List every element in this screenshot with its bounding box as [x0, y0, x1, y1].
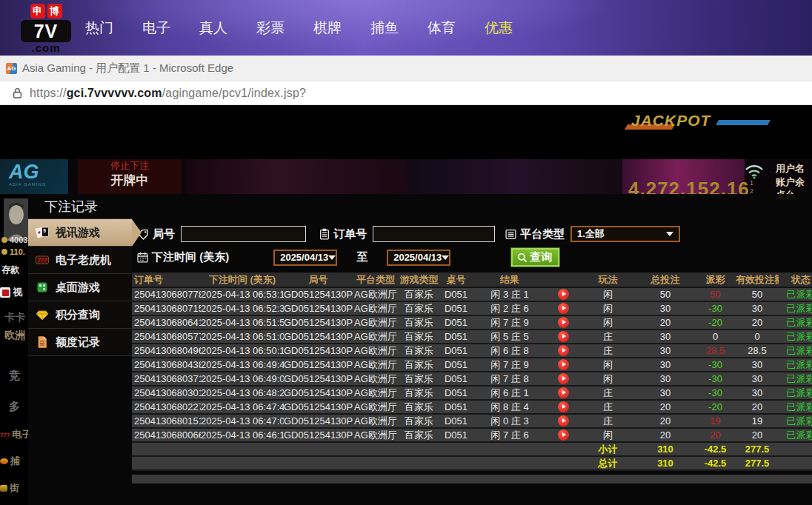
cell-result: 闲 7 庄 9 — [473, 316, 547, 330]
slots-icon: 777 — [35, 252, 50, 267]
cell-result: 闲 7 庄 9 — [473, 358, 547, 372]
cell-payout: -20 — [695, 317, 736, 328]
cell-table: D051 — [439, 429, 473, 441]
cell-video — [547, 359, 580, 370]
chevron-down-icon — [442, 255, 449, 260]
cell-video — [547, 387, 580, 398]
menu-item-live[interactable]: 真人 — [199, 19, 227, 38]
panel-body: ♥9视讯游戏777电子老虎机桌面游戏积分查询额度记录 局号 — [28, 218, 812, 505]
date-to-value: 2025/04/13 — [393, 252, 442, 263]
date-from-picker[interactable]: 2025/04/13 — [273, 250, 337, 266]
date-to-picker[interactable]: 2025/04/13 — [387, 250, 450, 266]
cell-time: 2025-04-13 06:50:19 — [201, 345, 284, 356]
background-fragment: 777电子 — [0, 428, 31, 441]
cell-play: 闲 — [580, 288, 636, 301]
cell-video — [547, 429, 580, 441]
video-play-button[interactable] — [558, 331, 569, 342]
video-play-button[interactable] — [558, 345, 569, 356]
cell-round: GD051254130PD — [284, 429, 353, 441]
cell-payout: 50 — [695, 289, 736, 300]
query-button[interactable]: 查询 — [511, 248, 559, 267]
sidebar-item-4[interactable]: 额度记录 — [28, 329, 132, 356]
total-row-cell: 310 — [636, 458, 695, 469]
column-header: 游戏类型 — [399, 273, 439, 287]
cell-valid: 20 — [736, 317, 779, 328]
cell-payout: 19 — [695, 415, 736, 427]
table-row: 2504130680227922025-04-13 06:47:47GD0512… — [132, 401, 812, 415]
sidebar-item-3[interactable]: 积分查询 — [28, 301, 132, 329]
logo-badge-2: 博 — [47, 4, 62, 19]
cell-status: 已派彩 — [779, 288, 812, 301]
cell-platform: AG欧洲厅 — [353, 330, 399, 344]
column-header: 总投注 — [636, 273, 695, 287]
ag-logo: AG ASIA GAMING — [0, 159, 68, 194]
video-play-button[interactable] — [558, 317, 569, 328]
cell-platform: AG欧洲厅 — [353, 358, 399, 372]
table-footer-band — [132, 475, 812, 484]
table-row: 2504130680715772025-04-13 06:52:32GD0512… — [132, 302, 812, 316]
cell-platform: AG欧洲厅 — [353, 344, 399, 358]
cell-play: 庄 — [580, 401, 636, 414]
cell-bet: 20 — [636, 401, 695, 412]
menu-item-sports[interactable]: 体育 — [427, 19, 456, 38]
address-bar[interactable]: https://gci.7vvvvvv.com/agingame/pcv1/in… — [0, 81, 812, 105]
sidebar-item-label: 视讯游戏 — [56, 226, 100, 240]
cell-status: 已派彩 — [779, 302, 812, 315]
cell-valid: 50 — [736, 289, 779, 300]
cell-round: GD051254130PH — [284, 373, 353, 384]
menu-item-board[interactable]: 棋牌 — [313, 19, 342, 38]
cell-round: GD051254130PK — [284, 331, 353, 342]
column-header: 状态 — [779, 273, 812, 287]
menu-item-hot[interactable]: 热门 — [85, 19, 113, 38]
cell-play: 闲 — [580, 358, 636, 372]
sidebar-item-0[interactable]: ♥9视讯游戏 — [28, 219, 132, 247]
video-play-button[interactable] — [558, 401, 569, 412]
cell-order: 250413068043847 — [132, 359, 201, 370]
avatar — [4, 198, 28, 241]
cell-result: 闲 8 庄 4 — [473, 401, 547, 414]
dice-icon — [35, 280, 50, 295]
cell-platform: AG欧洲厅 — [353, 387, 399, 400]
column-header: 桌号 — [439, 273, 473, 287]
video-play-button[interactable] — [558, 359, 569, 370]
menu-item-slots[interactable]: 电子 — [142, 19, 170, 38]
platform-type-select[interactable]: 1.全部 — [570, 226, 680, 242]
menu-item-lottery[interactable]: 彩票 — [256, 19, 284, 38]
top-nav: 申 博 7V .com 热门电子真人彩票棋牌捕鱼体育优惠 — [0, 0, 812, 56]
cell-platform: AG欧洲厅 — [353, 415, 399, 428]
cell-play: 闲 — [580, 316, 636, 330]
video-play-button[interactable] — [558, 429, 569, 441]
sidebar-item-2[interactable]: 桌面游戏 — [28, 274, 132, 301]
chevron-down-icon — [328, 255, 336, 260]
background-fragment: 多 — [9, 400, 20, 414]
site-logo[interactable]: 申 博 7V .com — [21, 4, 71, 53]
sidebar-item-1[interactable]: 777电子老虎机 — [28, 247, 132, 274]
round-number-input[interactable] — [181, 226, 306, 242]
cell-platform: AG欧洲厅 — [353, 401, 399, 414]
menu-item-fishing[interactable]: 捕鱼 — [370, 19, 399, 38]
gem-icon — [35, 307, 50, 322]
cell-play: 闲 — [580, 429, 636, 442]
video-play-button[interactable] — [558, 373, 569, 384]
stop-betting-text: 停止下注 — [78, 159, 182, 173]
svg-text:777: 777 — [37, 257, 47, 264]
magnifier-icon — [517, 252, 528, 263]
menu-item-promo[interactable]: 优惠 — [485, 19, 513, 38]
video-play-button[interactable] — [558, 415, 569, 427]
cell-bet: 30 — [636, 345, 695, 356]
chevron-down-icon — [666, 232, 673, 236]
cell-bet: 30 — [636, 387, 695, 398]
cell-game: 百家乐 — [399, 302, 439, 315]
cell-bet: 30 — [636, 359, 695, 370]
order-number-input[interactable] — [373, 226, 495, 242]
video-play-button[interactable] — [558, 303, 569, 314]
video-play-button[interactable] — [558, 387, 569, 398]
ag-logo-subtext: ASIA GAMING — [9, 182, 68, 187]
cell-payout: -30 — [695, 387, 736, 398]
cell-round: GD051254130PE — [284, 415, 353, 427]
cell-game: 百家乐 — [399, 372, 439, 386]
video-play-button[interactable] — [558, 289, 569, 300]
cell-table: D051 — [439, 317, 473, 328]
cell-play: 庄 — [580, 330, 636, 344]
page-content: AG ASIA GAMING 停止下注 开牌中 JACKPOT 4,272,15… — [0, 105, 812, 505]
